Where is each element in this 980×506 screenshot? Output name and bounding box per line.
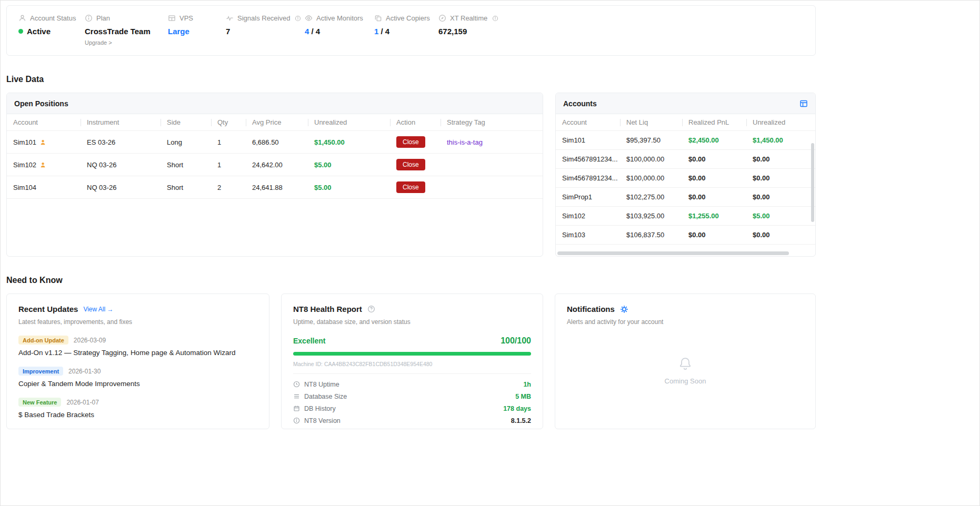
vertical-scrollbar-thumb[interactable] bbox=[811, 143, 814, 222]
server-grid-icon bbox=[168, 14, 176, 22]
close-position-button[interactable]: Close bbox=[396, 136, 425, 148]
stat-label-text: VPS bbox=[179, 14, 193, 22]
col-header-account: Account bbox=[7, 114, 81, 131]
clock-icon bbox=[293, 381, 300, 388]
gear-icon[interactable] bbox=[620, 305, 628, 313]
compass-icon bbox=[438, 14, 446, 22]
view-all-link[interactable]: View All → bbox=[83, 306, 113, 313]
position-account: Sim102 bbox=[13, 161, 36, 169]
stat-label-text: Account Status bbox=[30, 14, 76, 22]
position-row: Sim101 ES 03-26 Long 1 6,686.50 $1,450.0… bbox=[7, 131, 543, 154]
account-unrealized: $0.00 bbox=[746, 169, 815, 188]
plan-value: CrossTrade Team bbox=[85, 27, 151, 36]
info-circle-icon bbox=[293, 417, 300, 424]
account-realized: $0.00 bbox=[682, 188, 746, 207]
table-view-icon[interactable] bbox=[799, 99, 808, 108]
signals-value: 7 bbox=[226, 27, 230, 36]
col-header-realized-pnl: Realized PnL bbox=[682, 114, 746, 131]
strategy-tag-link[interactable]: this-is-a-tag bbox=[447, 138, 483, 146]
stat-monitors: Active Monitors 4 / 4 bbox=[305, 14, 374, 47]
update-title: $ Based Trade Brackets bbox=[18, 411, 257, 419]
position-instrument: ES 03-26 bbox=[81, 131, 161, 154]
account-net-liq: $100,000.00 bbox=[620, 169, 682, 188]
question-circle-icon[interactable] bbox=[367, 305, 375, 313]
position-avg-price: 24,641.88 bbox=[246, 176, 308, 199]
account-unrealized: $1,450.00 bbox=[746, 131, 815, 150]
account-realized: $1,255.00 bbox=[682, 207, 746, 226]
health-row-label: Database Size bbox=[304, 393, 347, 400]
position-side: Long bbox=[161, 131, 211, 154]
health-progress-bar bbox=[293, 352, 531, 356]
close-position-button[interactable]: Close bbox=[396, 159, 425, 170]
col-header-instrument: Instrument bbox=[81, 114, 161, 131]
monitors-active-count[interactable]: 4 bbox=[305, 27, 309, 36]
account-net-liq: $100,000.00 bbox=[620, 150, 682, 169]
recent-updates-card: Recent Updates View All → Latest feature… bbox=[6, 294, 269, 429]
stats-bar: Account Status Active Plan CrossTrade Te… bbox=[6, 5, 816, 56]
position-avg-price: 6,686.50 bbox=[246, 131, 308, 154]
account-name: Sim103 bbox=[556, 226, 620, 245]
account-name: Sim4567891234... bbox=[556, 169, 620, 188]
col-header-side: Side bbox=[161, 114, 211, 131]
account-row: Sim103 $106,837.50 $0.00 $0.00 bbox=[556, 226, 815, 245]
stat-label-text: Active Copiers bbox=[386, 14, 430, 22]
account-name: Sim101 bbox=[556, 131, 620, 150]
health-row-db-size: Database Size 5 MB bbox=[293, 390, 531, 402]
col-header-action: Action bbox=[390, 114, 441, 131]
stat-plan: Plan CrossTrade Team Upgrade > bbox=[85, 14, 168, 47]
accounts-card: Accounts Account Net Liq Realized PnL Un… bbox=[555, 93, 816, 257]
health-row-value: 8.1.5.2 bbox=[511, 417, 531, 424]
update-title: Add-On v1.12 — Strategy Tagging, Home pa… bbox=[18, 349, 257, 357]
account-row: Sim4567891234... $100,000.00 $0.00 $0.00 bbox=[556, 150, 815, 169]
copiers-total: / 4 bbox=[378, 27, 389, 36]
account-realized: $0.00 bbox=[682, 169, 746, 188]
position-qty: 1 bbox=[211, 131, 246, 154]
position-unrealized: $5.00 bbox=[308, 154, 390, 176]
upgrade-link[interactable]: Upgrade > bbox=[85, 39, 168, 46]
horizontal-scrollbar-thumb[interactable] bbox=[557, 251, 789, 255]
signal-wave-icon bbox=[226, 14, 234, 22]
health-status: Excellent bbox=[293, 337, 325, 345]
account-net-liq: $95,397.50 bbox=[620, 131, 682, 150]
health-row-version: NT8 Version 8.1.5.2 bbox=[293, 414, 531, 427]
accounts-table-scroll[interactable]: Account Net Liq Realized PnL Unrealized … bbox=[556, 114, 815, 252]
status-dot bbox=[18, 29, 23, 34]
account-name: Sim104 bbox=[556, 245, 620, 252]
realtime-value: 672,159 bbox=[438, 27, 467, 36]
health-row-label: NT8 Version bbox=[304, 417, 341, 424]
update-item[interactable]: Add-on Update 2026-03-09 Add-On v1.12 — … bbox=[18, 336, 257, 357]
open-positions-table: Account Instrument Side Qty Avg Price Un… bbox=[7, 114, 543, 199]
account-name: Sim4567891234... bbox=[556, 150, 620, 169]
vps-value-link[interactable]: Large bbox=[168, 27, 189, 36]
position-side: Short bbox=[161, 176, 211, 199]
col-header-qty: Qty bbox=[211, 114, 246, 131]
account-unrealized: $5.00 bbox=[746, 245, 815, 252]
stat-vps: VPS Large bbox=[168, 14, 226, 47]
info-icon[interactable] bbox=[295, 15, 301, 22]
health-row-label: NT8 Uptime bbox=[304, 381, 339, 388]
notifications-title: Notifications bbox=[567, 305, 615, 313]
notifications-empty-state: Coming Soon bbox=[567, 356, 804, 385]
account-row: Sim102 $103,925.00 $1,255.00 $5.00 bbox=[556, 207, 815, 226]
info-icon[interactable] bbox=[492, 15, 498, 22]
position-instrument: NQ 03-26 bbox=[81, 176, 161, 199]
section-title-live-data: Live Data bbox=[6, 75, 816, 84]
update-item[interactable]: New Feature 2026-01-07 $ Based Trade Bra… bbox=[18, 398, 257, 419]
account-net-liq: $111,180.00 bbox=[620, 245, 682, 252]
health-report-title: NT8 Health Report bbox=[293, 305, 362, 313]
recent-updates-title: Recent Updates bbox=[18, 305, 78, 313]
update-badge: Improvement bbox=[18, 367, 63, 376]
notifications-card: Notifications Alerts and activity for yo… bbox=[555, 294, 816, 429]
col-header-avg-price: Avg Price bbox=[246, 114, 308, 131]
account-row: Sim4567891234... $100,000.00 $0.00 $0.00 bbox=[556, 169, 815, 188]
close-position-button[interactable]: Close bbox=[396, 181, 425, 193]
update-item[interactable]: Improvement 2026-01-30 Copier & Tandem M… bbox=[18, 367, 257, 388]
account-realized: $2,450.00 bbox=[682, 131, 746, 150]
col-header-unrealized: Unrealized bbox=[308, 114, 390, 131]
health-row-value: 1h bbox=[523, 381, 531, 388]
stat-account-status: Account Status Active bbox=[18, 14, 85, 47]
copiers-active-count[interactable]: 1 bbox=[374, 27, 378, 36]
health-report-card: NT8 Health Report Uptime, database size,… bbox=[281, 294, 543, 429]
stat-label-text: Plan bbox=[96, 14, 110, 22]
divider bbox=[293, 373, 531, 374]
